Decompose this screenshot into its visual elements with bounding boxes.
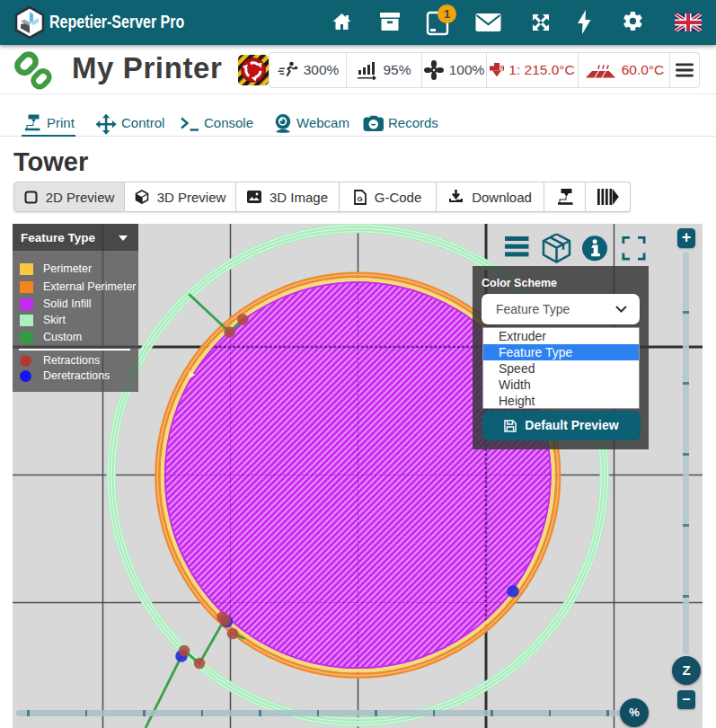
svg-text:G: G <box>357 194 362 202</box>
